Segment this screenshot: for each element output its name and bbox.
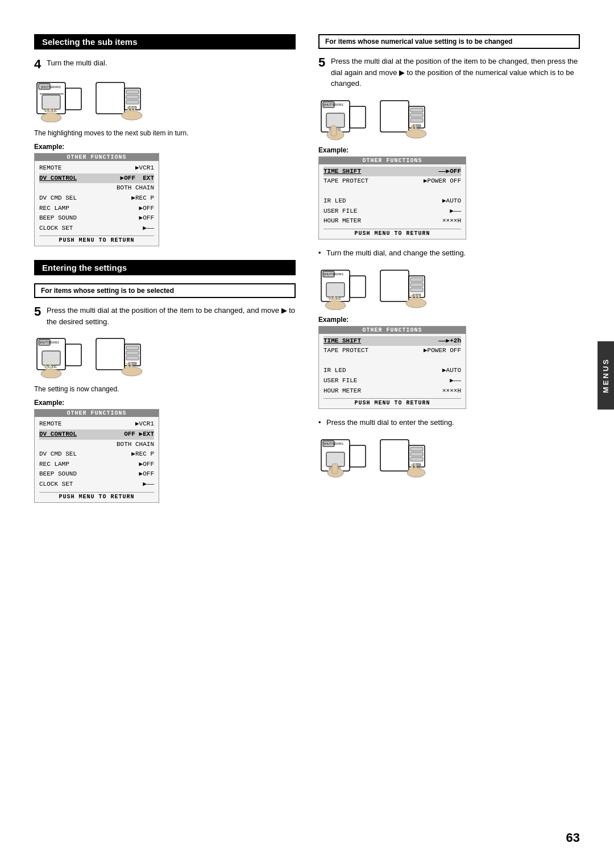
menu1-row-4: DV CMD SEL▶REC P	[39, 193, 154, 204]
svg-rect-33	[126, 351, 139, 355]
step5-illustrations: SHUTTER/IRIS VOL/JOG	[34, 333, 296, 378]
svg-rect-13	[126, 90, 139, 94]
step5-left-block: 5 Press the multi dial at the position o…	[34, 305, 296, 327]
example2-menu: OTHER FUNCTIONS REMOTE▶VCR1 DV CONTROLOF…	[34, 409, 159, 502]
selecting-header: Selecting the sub items	[34, 34, 296, 49]
svg-rect-1	[65, 88, 81, 110]
svg-text:SHUTTER/IRIS: SHUTTER/IRIS	[39, 341, 59, 344]
svg-rect-71	[413, 294, 421, 296]
svg-point-17	[122, 111, 142, 120]
menu2-row-2: DV CONTROLOFF ▶EXT	[39, 429, 154, 440]
svg-rect-34	[126, 356, 139, 360]
svg-point-27	[41, 369, 61, 378]
svg-line-38	[131, 363, 132, 367]
menu1-header: OTHER FUNCTIONS	[35, 154, 159, 161]
menu1-row-1: REMOTE▶VCR1	[39, 163, 154, 173]
menu1-row-3: BOTH CHAIN	[39, 183, 154, 193]
svg-rect-51	[410, 118, 423, 122]
svg-text:SHUTTER/IRIS: SHUTTER/IRIS	[41, 85, 61, 89]
menu3-row-6: HOUR METER××××H	[323, 216, 461, 226]
svg-rect-35	[128, 362, 136, 365]
menu4-header: OTHER FUNCTIONS	[319, 326, 466, 334]
svg-rect-84	[380, 440, 409, 471]
left-column: Selecting the sub items 4 Turn the multi…	[34, 34, 296, 516]
menu3-row-5: USER FILE▶——	[323, 206, 461, 217]
camera-device-3: SHUTTER/IRIS VOL/JOG	[34, 333, 85, 378]
svg-line-75	[418, 295, 419, 300]
svg-line-29	[50, 365, 51, 369]
svg-line-10	[53, 110, 54, 114]
step4-number: 4	[34, 57, 41, 71]
camera-device-7: SHUTTER/IRIS VOL/JOG	[318, 264, 370, 310]
bullet1: Turn the multi dial, and change the sett…	[318, 247, 580, 259]
menu2-row-5: REC LAMP▶OFF	[39, 460, 154, 470]
svg-line-74	[415, 295, 416, 299]
menu2-row-3: BOTH CHAIN	[39, 440, 154, 450]
svg-rect-44	[326, 113, 345, 127]
svg-rect-30	[96, 338, 125, 370]
svg-rect-57	[350, 276, 366, 297]
camera-device-2	[93, 77, 144, 122]
entering-header: Entering the settings	[34, 260, 296, 275]
camera-device-4	[93, 333, 144, 378]
menu4-row-1: TIME SHIFT——▶+2h	[323, 336, 461, 346]
menu2-row-6: BEEP SOUND▶OFF	[39, 469, 154, 480]
enter-setting-illustrations: SHUTTER/IRIS VOL/JOG	[318, 434, 580, 480]
svg-rect-32	[126, 346, 139, 350]
svg-rect-14	[126, 95, 139, 99]
menu3-header: OTHER FUNCTIONS	[319, 157, 466, 164]
right-column: For items whose numerical value setting …	[318, 34, 580, 516]
svg-rect-49	[410, 108, 423, 112]
camera-device-8	[377, 264, 429, 310]
subsection-box: For items whose setting is to be selecte…	[34, 283, 296, 298]
camera-device-5: SHUTTER/IRIS VOL/JOG	[318, 95, 370, 140]
menu4-row-6: HOUR METER××××H	[323, 386, 461, 396]
numerical-title: For items whose numerical value setting …	[318, 34, 580, 49]
menu4-row-4: IR LED▶AUTO	[323, 366, 461, 376]
menu4-row-3	[323, 356, 461, 366]
svg-rect-46	[331, 126, 337, 136]
svg-rect-88	[410, 457, 423, 461]
menu4-row-5: USER FILE▶——	[323, 376, 461, 386]
menu1-row-7: CLOCK SET▶——	[39, 224, 154, 234]
svg-line-64	[334, 296, 335, 301]
svg-line-92	[415, 464, 416, 469]
svg-rect-77	[350, 445, 366, 467]
step4-illustrations: SHUTTER/IRIS VOL/JOG	[34, 77, 296, 122]
step5-left-text: Press the multi dial at the position of …	[47, 305, 296, 327]
menu3-footer: PUSH MENU TO RETURN	[323, 229, 461, 237]
example1-label: Example:	[34, 143, 296, 151]
example1-menu: OTHER FUNCTIONS REMOTE▶VCR1 DV CONTROL▶O…	[34, 153, 159, 246]
menu1-footer: PUSH MENU TO RETURN	[39, 235, 154, 243]
example3-menu: OTHER FUNCTIONS TIME SHIFT——▶OFF TAPE PR…	[318, 156, 466, 240]
svg-rect-66	[380, 270, 409, 301]
menu3-row-1: TIME SHIFT——▶OFF	[323, 167, 461, 177]
svg-rect-16	[128, 106, 136, 109]
camera-device-6	[377, 95, 429, 140]
menu3-row-3	[323, 187, 461, 197]
example3-label: Example:	[318, 146, 580, 154]
svg-rect-40	[350, 106, 366, 128]
svg-line-19	[131, 106, 132, 111]
svg-rect-61	[326, 283, 345, 297]
camera-device-10	[377, 434, 429, 480]
svg-rect-22	[65, 344, 81, 366]
svg-rect-69	[410, 283, 423, 287]
svg-rect-83	[332, 464, 338, 474]
menu2-row-7: CLOCK SET▶——	[39, 480, 154, 490]
step5-left-number: 5	[34, 305, 41, 319]
svg-rect-52	[413, 125, 421, 127]
step5-right-block: 5 Press the multi dial at the position o…	[318, 56, 580, 89]
svg-line-20	[134, 108, 135, 111]
svg-line-65	[338, 297, 338, 301]
svg-rect-50	[410, 113, 423, 117]
menu4-footer: PUSH MENU TO RETURN	[323, 398, 461, 406]
menu3-row-2: TAPE PROTECT▶POWER OFF	[323, 176, 461, 187]
main-content: Selecting the sub items 4 Turn the multi…	[34, 34, 580, 516]
camera-device-9: SHUTTER/IRIS VOL/JOG	[318, 434, 370, 480]
menu2-header: OTHER FUNCTIONS	[35, 410, 159, 417]
menu1-row-2: DV CONTROL▶OFF EXT	[39, 173, 154, 184]
step5-right-illustrations: SHUTTER/IRIS VOL/JOG	[318, 95, 580, 140]
svg-rect-70	[410, 288, 423, 292]
example4-label: Example:	[318, 316, 580, 324]
